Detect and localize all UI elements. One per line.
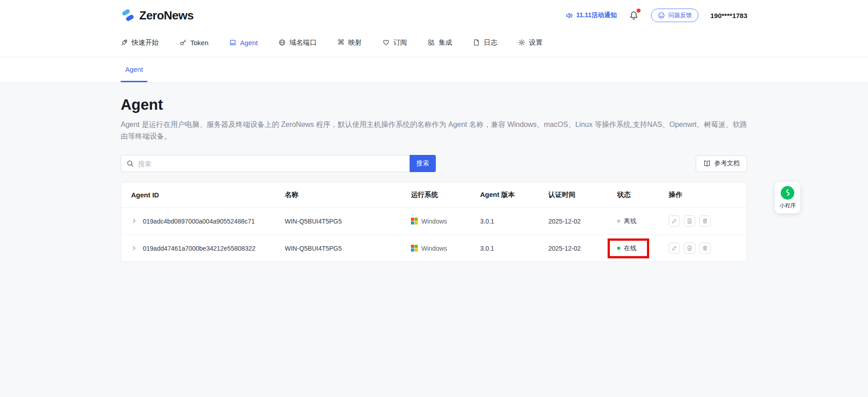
agent-os: Windows [421,245,447,252]
feedback-button[interactable]: 问题反馈 [651,9,698,22]
nav-item-token[interactable]: Token [179,39,208,47]
table-row: 019add47461a7000be34212e55808322 WIN-Q5B… [121,234,747,262]
miniprogram-icon [781,186,794,200]
nav-item-agent[interactable]: Agent [229,39,258,47]
book-icon [703,160,711,167]
trash-icon [702,218,708,224]
nav-item-subscription[interactable]: 订阅 [382,38,407,47]
column-header-auth-time: 认证时间 [548,191,617,199]
nav-label: 域名端口 [289,38,316,47]
agent-id: 019adc4bd0897000a004a90552488c71 [143,218,255,225]
agent-auth-time: 2025-12-02 [548,245,617,252]
reference-docs-label: 参考文档 [714,159,740,168]
tab-agent[interactable]: Agent [121,57,147,82]
agent-auth-time: 2025-12-02 [548,218,617,225]
pencil-icon [671,218,677,224]
edit-button[interactable] [669,215,680,227]
app-header: ZeroNews 11.11活动通知 [0,0,868,57]
column-header-name: 名称 [285,191,411,199]
column-header-actions: 操作 [669,191,747,199]
brand-logo[interactable]: ZeroNews [121,8,193,23]
nav-item-logs[interactable]: 日志 [473,38,497,47]
promo-notice-link[interactable]: 11.11活动通知 [566,11,617,19]
reference-docs-button[interactable]: 参考文档 [696,155,747,172]
nav-label: 设置 [529,38,542,47]
column-header-version: Agent 版本 [480,191,548,199]
feedback-label: 问题反馈 [668,11,692,19]
nav-label: 集成 [439,38,452,47]
windows-logo-icon [411,218,418,224]
column-header-agent-id: Agent ID [121,191,285,199]
nav-label: Agent [240,39,258,47]
agent-name: WIN-Q5BUI4T5PG5 [285,218,411,225]
laptop-icon [229,39,236,46]
status-dot-offline [617,220,620,223]
main-nav: 快速开始 Token Agent [121,28,747,57]
search-button[interactable]: 搜索 [410,155,436,172]
file-icon [687,218,693,224]
miniprogram-widget[interactable]: 小程序 [775,182,800,213]
nav-label: Token [190,39,208,47]
file-icon [687,245,693,251]
speaker-icon [566,12,573,19]
expand-chevron-icon[interactable] [129,217,138,226]
table-row: 019adc4bd0897000a004a90552488c71 WIN-Q5B… [121,207,747,234]
nav-item-domain-port[interactable]: 域名端口 [278,38,316,47]
notifications-button[interactable] [628,10,639,21]
search-icon [127,160,134,167]
status-dot-online [617,247,620,250]
status-badge: 在线 [624,244,637,252]
nav-item-integration[interactable]: 集成 [428,38,452,47]
main-content: Agent Agent 是运行在用户电脑、服务器及终端设备上的 ZeroNews… [121,96,747,262]
nav-item-settings[interactable]: 设置 [518,38,542,47]
table-header-row: Agent ID 名称 运行系统 Agent 版本 认证时间 状态 操作 [121,182,747,207]
notification-badge [637,9,641,13]
agent-name: WIN-Q5BUI4T5PG5 [285,245,411,252]
miniprogram-label: 小程序 [779,202,796,210]
nav-item-mapping[interactable]: ⌘ 映射 [337,38,362,47]
delete-button[interactable] [699,215,711,227]
agent-version: 3.0.1 [480,245,548,252]
command-icon: ⌘ [337,39,344,46]
agent-os: Windows [421,218,447,225]
windows-logo-icon [411,245,418,252]
promo-notice-label: 11.11活动通知 [576,11,617,19]
status-badge: 离线 [624,217,637,225]
smiley-icon [658,12,665,19]
delete-button[interactable] [699,243,711,254]
search-box [121,155,410,172]
column-header-os: 运行系统 [411,191,480,199]
grid-plus-icon [428,39,435,46]
search-group: 搜索 [121,155,436,172]
page-description: Agent 是运行在用户电脑、服务器及终端设备上的 ZeroNews 程序，默认… [121,119,747,142]
gear-icon [518,39,525,46]
nav-label: 快速开始 [132,38,159,47]
agent-id: 019add47461a7000be34212e55808322 [143,245,255,252]
nav-item-quickstart[interactable]: 快速开始 [121,38,159,47]
page-title: Agent [121,96,747,113]
pencil-icon [671,245,677,251]
brand-name: ZeroNews [139,9,193,23]
nav-label: 日志 [484,38,497,47]
document-icon [473,39,480,46]
heart-icon [382,39,390,46]
account-phone[interactable]: 190****1783 [710,12,747,19]
search-input[interactable] [138,160,404,168]
zeronews-logo-icon [121,8,135,23]
nav-label: 订阅 [393,38,407,47]
key-icon [179,39,187,46]
rocket-icon [121,39,128,46]
agent-version: 3.0.1 [480,218,548,225]
agent-table: Agent ID 名称 运行系统 Agent 版本 认证时间 状态 操作 019… [121,182,747,262]
trash-icon [702,245,708,251]
globe-icon [278,39,286,46]
expand-chevron-icon[interactable] [129,244,138,253]
edit-button[interactable] [669,243,680,254]
column-header-status: 状态 [617,191,669,199]
log-button[interactable] [684,243,695,254]
nav-label: 映射 [348,38,362,47]
subtab-bar: Agent [0,57,868,83]
log-button[interactable] [684,215,695,227]
